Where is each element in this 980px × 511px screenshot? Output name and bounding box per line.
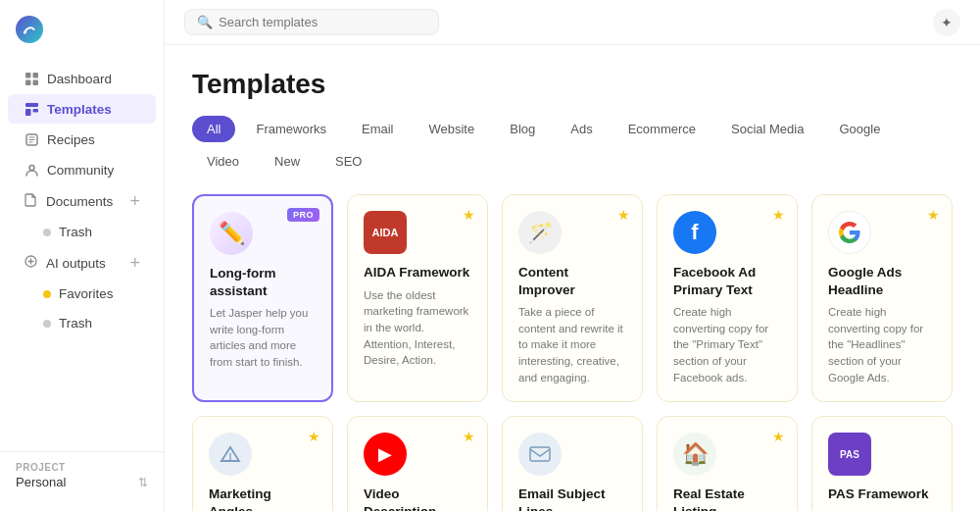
card-google-ads[interactable]: ★ Google Ads Headline Create high conver… xyxy=(811,194,953,402)
recipes-icon xyxy=(24,131,39,147)
card-icon-content-improver: 🪄 xyxy=(518,211,562,254)
sidebar-item-dashboard[interactable]: Dashboard xyxy=(8,64,156,93)
documents-left: Documents xyxy=(24,192,113,210)
pas-icon: PAS xyxy=(828,433,871,476)
svg-point-0 xyxy=(16,16,43,43)
card-title: Google Ads Headline xyxy=(828,264,936,298)
ai-outputs-add-button[interactable]: + xyxy=(129,254,140,272)
filter-tab-google[interactable]: Google xyxy=(824,116,895,142)
star-icon: ★ xyxy=(617,207,630,223)
sidebar-item-documents[interactable]: Documents + xyxy=(8,185,156,217)
project-name[interactable]: Personal ⇅ xyxy=(16,475,148,489)
facebook-icon: f xyxy=(673,211,716,254)
card-marketing-angles[interactable]: ★ Marketing Angles Brainstorm different … xyxy=(192,416,333,511)
star-icon: ★ xyxy=(772,207,785,223)
star-icon: ★ xyxy=(308,429,320,444)
favorites-label: Favorites xyxy=(59,286,114,301)
search-box[interactable]: 🔍 xyxy=(184,9,439,35)
ai-outputs-icon xyxy=(24,254,38,272)
svg-rect-4 xyxy=(25,79,31,85)
sidebar-item-trash-ai[interactable]: Trash xyxy=(8,309,156,337)
card-title: Video Description - YouTube xyxy=(364,485,471,511)
search-input[interactable] xyxy=(219,15,426,29)
svg-rect-2 xyxy=(25,73,31,78)
card-long-form[interactable]: PRO ✏️ Long-form assistant Let Jasper he… xyxy=(192,194,333,402)
card-email-subject[interactable]: Email Subject Lines Write compelling ema… xyxy=(502,416,643,511)
cards-row-2: ★ Marketing Angles Brainstorm different … xyxy=(192,416,953,511)
search-icon: 🔍 xyxy=(197,15,213,29)
card-icon-email xyxy=(518,433,562,476)
filter-tab-ecommerce[interactable]: Ecommerce xyxy=(613,116,710,142)
sidebar-item-templates[interactable]: Templates xyxy=(8,94,156,124)
card-video-desc[interactable]: ★ ▶ Video Description - YouTube Create u… xyxy=(347,416,488,511)
star-icon: ★ xyxy=(463,207,475,223)
card-title: Facebook Ad Primary Text xyxy=(673,264,781,298)
ai-outputs-left: AI outputs xyxy=(24,254,106,272)
pen-icon: ✏️ xyxy=(219,221,245,246)
card-desc: Create high converting copy for the "Pri… xyxy=(673,304,781,385)
filter-tab-frameworks[interactable]: Frameworks xyxy=(241,116,341,142)
svg-rect-5 xyxy=(32,79,38,85)
star-icon: ★ xyxy=(772,429,785,444)
page-title: Templates xyxy=(192,69,953,100)
sidebar-item-recipes[interactable]: Recipes xyxy=(8,125,156,154)
filter-tab-email[interactable]: Email xyxy=(347,116,409,142)
sidebar-item-ai-outputs[interactable]: AI outputs + xyxy=(8,247,156,279)
card-title: Marketing Angles xyxy=(209,485,317,511)
community-icon xyxy=(24,162,39,178)
aida-icon: AIDA xyxy=(364,211,407,254)
filter-tab-new[interactable]: New xyxy=(260,148,315,175)
topbar-right: ✦ xyxy=(933,9,960,36)
triangle-icon xyxy=(220,443,241,465)
sidebar-item-trash-docs[interactable]: Trash xyxy=(8,218,156,246)
main-content: 🔍 ✦ Templates All Frameworks Email Websi… xyxy=(165,0,980,511)
filter-tab-blog[interactable]: Blog xyxy=(495,116,550,142)
sidebar-item-favorites[interactable]: Favorites xyxy=(8,280,156,308)
documents-label: Documents xyxy=(46,194,113,209)
filter-tab-ads[interactable]: Ads xyxy=(556,116,607,142)
card-pas[interactable]: PAS PAS Framework Problem-Agitate-Soluti… xyxy=(811,416,953,511)
filter-tab-seo[interactable]: SEO xyxy=(320,148,376,175)
card-desc: Take a piece of content and rewrite it t… xyxy=(518,304,626,385)
wand-icon: 🪄 xyxy=(528,221,553,244)
dashboard-icon xyxy=(24,71,39,86)
settings-icon: ✦ xyxy=(941,15,953,30)
filter-tab-video[interactable]: Video xyxy=(192,148,254,175)
filter-tab-all[interactable]: All xyxy=(192,116,235,142)
card-icon-real-estate: 🏠 xyxy=(673,433,716,476)
youtube-icon: ▶ xyxy=(364,433,407,476)
filter-tabs: All Frameworks Email Website Blog Ads Ec… xyxy=(192,116,953,175)
filter-tab-website[interactable]: Website xyxy=(414,116,489,142)
card-title: Real Estate Listing - Residential xyxy=(673,485,781,511)
trash-dot xyxy=(43,229,51,236)
star-icon: ★ xyxy=(927,207,940,223)
card-title: PAS Framework xyxy=(828,485,936,503)
card-desc: Let Jasper help you write long-form arti… xyxy=(210,305,316,371)
email-icon xyxy=(528,442,552,466)
pro-badge: PRO xyxy=(287,208,319,222)
svg-point-1 xyxy=(24,31,26,34)
filter-tab-social-media[interactable]: Social Media xyxy=(716,116,818,142)
card-real-estate[interactable]: ★ 🏠 Real Estate Listing - Residential Cr… xyxy=(657,416,798,511)
topbar: 🔍 ✦ xyxy=(165,0,980,45)
svg-point-13 xyxy=(29,165,34,170)
app-logo xyxy=(0,12,164,63)
card-aida[interactable]: ★ AIDA AIDA Framework Use the oldest mar… xyxy=(347,194,488,402)
svg-rect-7 xyxy=(25,109,31,116)
sidebar-item-label: Recipes xyxy=(47,132,95,147)
documents-add-button[interactable]: + xyxy=(129,192,140,210)
card-title: AIDA Framework xyxy=(364,264,471,281)
svg-rect-3 xyxy=(32,73,38,78)
svg-rect-6 xyxy=(25,103,38,107)
project-label: PROJECT xyxy=(16,462,148,473)
settings-button[interactable]: ✦ xyxy=(933,9,960,36)
card-facebook-ad[interactable]: ★ f Facebook Ad Primary Text Create high… xyxy=(657,194,798,402)
documents-icon xyxy=(24,192,38,210)
sidebar-item-community[interactable]: Community xyxy=(8,155,156,184)
trash-ai-label: Trash xyxy=(59,316,92,331)
sidebar-item-label: Community xyxy=(47,163,114,178)
card-desc: Use the oldest marketing framework in th… xyxy=(364,287,471,369)
ai-outputs-label: AI outputs xyxy=(46,256,106,271)
card-content-improver[interactable]: ★ 🪄 Content Improver Take a piece of con… xyxy=(502,194,643,402)
star-icon: ★ xyxy=(463,429,475,444)
